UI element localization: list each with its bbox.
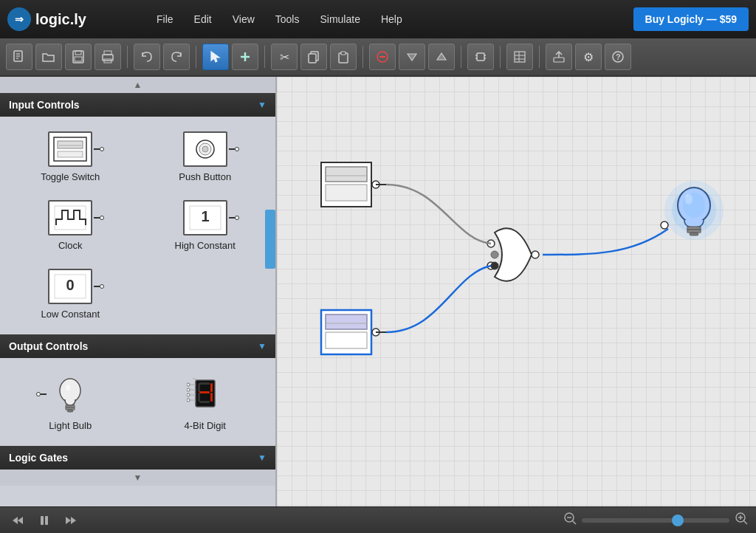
low-constant-icon: 0: [48, 269, 92, 304]
zoom-in-icon[interactable]: [734, 511, 749, 529]
svg-rect-91: [687, 227, 701, 230]
svg-rect-62: [199, 401, 210, 403]
bottom-bar: [0, 506, 756, 533]
table-button[interactable]: [506, 44, 533, 70]
svg-point-90: [683, 193, 705, 218]
toggle-switch-item[interactable]: Toggle Switch: [9, 125, 132, 188]
svg-rect-6: [75, 57, 82, 61]
logic-gates-section: Logic Gates ▼: [0, 446, 275, 470]
4bit-digit-item[interactable]: 4-Bit Digit: [144, 367, 267, 437]
help-button[interactable]: ?: [605, 44, 631, 70]
svg-point-67: [187, 383, 190, 386]
zoom-area: [563, 511, 749, 529]
svg-point-96: [491, 262, 498, 269]
zoom-thumb[interactable]: [672, 515, 684, 526]
svg-rect-100: [45, 516, 48, 525]
sidebar-scrollbar[interactable]: [265, 210, 275, 269]
delete-button[interactable]: [369, 44, 396, 70]
logic-gates-header[interactable]: Logic Gates ▼: [0, 446, 275, 470]
high-constant-item[interactable]: 1 High Constant: [144, 194, 267, 257]
pause-button[interactable]: [34, 510, 55, 531]
forward-button[interactable]: [61, 510, 81, 531]
push-button-label: Push Button: [179, 171, 231, 182]
push-button-item[interactable]: Push Button: [144, 125, 267, 188]
svg-marker-97: [13, 517, 18, 524]
menu-view[interactable]: View: [224, 9, 264, 30]
svg-rect-35: [58, 141, 83, 148]
svg-rect-56: [199, 382, 210, 385]
light-bulb-active[interactable]: [661, 181, 724, 240]
4bit-digit-icon: [183, 373, 227, 416]
svg-rect-14: [309, 54, 316, 63]
toolbar-sep-3: [264, 46, 265, 68]
svg-marker-20: [437, 53, 446, 60]
input-controls-content: Toggle Switch: [0, 117, 275, 334]
clock-item[interactable]: Clock: [9, 194, 132, 257]
scroll-down-button[interactable]: ▼: [134, 472, 142, 483]
light-bulb-label: Light Bulb: [49, 420, 92, 431]
output-controls-section: Output Controls ▼: [0, 334, 275, 446]
low-input-button[interactable]: [399, 44, 425, 70]
svg-rect-21: [477, 53, 484, 61]
svg-rect-60: [198, 393, 200, 402]
svg-text:?: ?: [616, 52, 621, 61]
low-constant-item[interactable]: 0 Low Constant: [9, 263, 132, 326]
chip-button[interactable]: [467, 44, 494, 70]
high-input-button[interactable]: [428, 44, 455, 70]
copy-button[interactable]: [300, 44, 327, 70]
settings-button[interactable]: ⚙: [575, 44, 602, 70]
menu-edit[interactable]: Edit: [185, 9, 221, 30]
svg-rect-61: [210, 393, 213, 402]
svg-rect-48: [66, 408, 75, 410]
output-controls-arrow: ▼: [258, 341, 267, 351]
light-bulb-item[interactable]: Light Bulb: [9, 367, 132, 437]
svg-rect-92: [687, 230, 701, 233]
paste-button[interactable]: [330, 44, 357, 70]
logic-gates-arrow: ▼: [258, 453, 267, 463]
svg-marker-10: [211, 52, 219, 62]
rewind-button[interactable]: [7, 510, 28, 531]
input-controls-arrow: ▼: [258, 100, 267, 110]
menu-file[interactable]: File: [148, 9, 182, 30]
zoom-slider[interactable]: [582, 518, 729, 523]
save-button[interactable]: [65, 44, 92, 70]
cut-button[interactable]: ✂: [271, 44, 298, 70]
input-controls-header[interactable]: Input Controls ▼: [0, 93, 275, 117]
export-button[interactable]: [546, 44, 572, 70]
scroll-up-button[interactable]: ▲: [134, 80, 142, 90]
zoom-out-icon[interactable]: [563, 511, 577, 529]
toolbar-sep-7: [539, 46, 540, 68]
toggle-switch-top[interactable]: [321, 162, 371, 207]
svg-point-50: [66, 385, 70, 391]
output-controls-header[interactable]: Output Controls ▼: [0, 334, 275, 358]
menu-help[interactable]: Help: [372, 9, 411, 30]
svg-point-46: [60, 379, 80, 402]
add-button[interactable]: [232, 44, 258, 70]
menu-simulate[interactable]: Simulate: [311, 9, 368, 30]
svg-marker-98: [18, 517, 23, 524]
canvas-area[interactable]: [277, 77, 756, 506]
svg-marker-101: [66, 517, 71, 524]
svg-text:0: 0: [66, 277, 75, 293]
toggle-switch-bottom[interactable]: [321, 310, 371, 354]
redo-button[interactable]: [163, 44, 190, 70]
clock-label: Clock: [58, 240, 83, 251]
high-constant-label: High Constant: [175, 240, 236, 251]
print-button[interactable]: [94, 44, 121, 70]
select-button[interactable]: [202, 44, 229, 70]
toolbar-sep-6: [500, 46, 501, 68]
svg-rect-73: [326, 185, 367, 201]
menu-tools[interactable]: Tools: [267, 9, 309, 30]
buy-button[interactable]: Buy Logicly — $59: [633, 7, 749, 31]
svg-rect-41: [55, 206, 86, 230]
clock-icon: [48, 200, 92, 235]
svg-line-107: [743, 520, 747, 524]
new-button[interactable]: [6, 44, 32, 70]
svg-point-94: [661, 221, 668, 229]
light-bulb-icon: [48, 373, 92, 416]
open-button[interactable]: [35, 44, 62, 70]
svg-line-104: [572, 520, 576, 524]
high-constant-icon: 1: [183, 200, 227, 235]
undo-button[interactable]: [134, 44, 160, 70]
svg-point-69: [187, 393, 190, 396]
